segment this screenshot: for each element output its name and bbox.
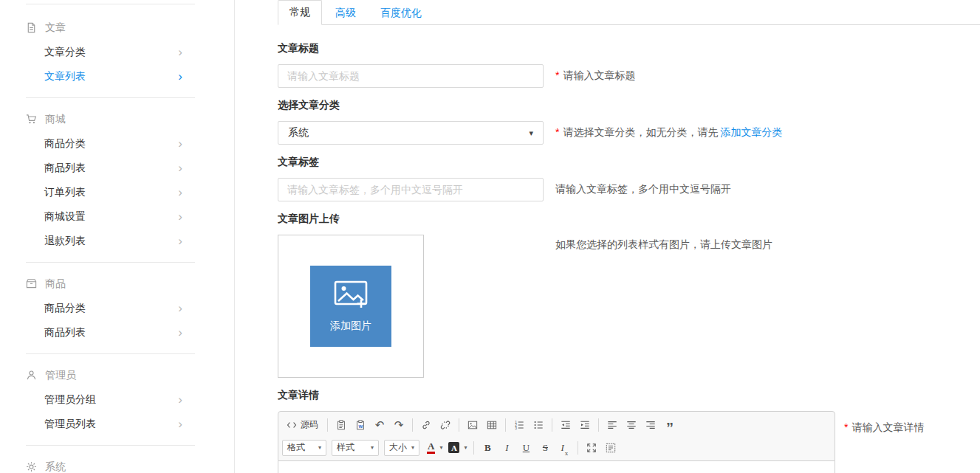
background-color-icon: A <box>448 442 459 453</box>
sidebar-item-label: 商城设置 <box>44 210 86 224</box>
size-dropdown[interactable]: 大小 ▾ <box>384 440 419 456</box>
sidebar-divider <box>26 353 195 354</box>
blockquote-icon[interactable]: ” <box>661 416 679 434</box>
caret-down-icon: ▾ <box>318 444 321 451</box>
align-right-icon[interactable] <box>642 416 659 434</box>
field-article-image: 文章图片上传 添加图片 如果您选择的列表样式有图片，请上传文章图片 <box>278 213 980 378</box>
basket-icon <box>26 278 37 289</box>
hint-text: 请输入文章标题 <box>563 69 635 81</box>
background-color-button[interactable]: A ▾ <box>446 439 469 457</box>
sidebar-group-goods[interactable]: 商品 <box>0 272 234 296</box>
maximize-icon[interactable] <box>583 439 600 457</box>
sidebar-item-refund-list[interactable]: 退款列表 › <box>0 229 234 253</box>
toolbar-separator <box>459 418 459 432</box>
style-dropdown[interactable]: 样式 ▾ <box>332 440 379 456</box>
rich-text-editor: 源码 W ↶ ↷ <box>278 411 835 473</box>
insert-image-icon[interactable] <box>464 416 482 434</box>
chevron-right-icon: › <box>178 186 182 198</box>
sidebar-group-label: 商城 <box>45 113 66 126</box>
undo-icon[interactable]: ↶ <box>371 416 388 434</box>
indent-icon[interactable] <box>576 416 594 434</box>
required-asterisk: * <box>555 69 559 81</box>
sidebar-item-label: 管理员分组 <box>44 393 96 407</box>
paste-icon[interactable] <box>332 416 350 434</box>
sidebar-item-label: 退款列表 <box>44 235 86 248</box>
sidebar-group-mall[interactable]: 商城 <box>0 107 234 131</box>
tab-general[interactable]: 常规 <box>278 0 322 25</box>
link-icon[interactable] <box>417 416 435 434</box>
underline-button[interactable]: U <box>517 439 535 457</box>
field-label: 选择文章分类 <box>278 99 980 112</box>
chevron-right-icon: › <box>178 137 182 150</box>
field-article-detail: 文章详情 源码 W ↶ <box>278 389 980 473</box>
italic-button[interactable]: I <box>498 439 515 457</box>
unlink-icon[interactable] <box>436 416 454 434</box>
sidebar-item-mall-settings[interactable]: 商城设置 › <box>0 204 234 229</box>
category-select[interactable]: 系统 ▾ <box>278 121 544 145</box>
sidebar-item-order-list[interactable]: 订单列表 › <box>0 180 234 204</box>
source-code-icon <box>287 420 297 430</box>
sidebar-item-goods2-category[interactable]: 商品分类 › <box>0 296 234 320</box>
outdent-icon[interactable] <box>557 416 575 434</box>
ordered-list-icon[interactable]: 123 <box>510 416 528 434</box>
article-tags-input[interactable] <box>278 178 544 201</box>
source-label: 源码 <box>301 418 318 431</box>
strikethrough-button[interactable]: S <box>536 439 554 457</box>
align-left-icon[interactable] <box>603 416 621 434</box>
sidebar-item-admin-groups[interactable]: 管理员分组 › <box>0 387 234 412</box>
remove-format-button[interactable]: Ix <box>555 439 573 457</box>
field-hint: 如果您选择的列表样式有图片，请上传文章图片 <box>555 235 772 252</box>
required-asterisk: * <box>555 126 559 138</box>
article-icon <box>26 22 37 33</box>
sidebar-item-label: 文章分类 <box>44 46 86 59</box>
article-title-input[interactable] <box>278 64 544 88</box>
sidebar-item-label: 商品分类 <box>44 302 86 315</box>
insert-table-icon[interactable] <box>483 416 501 434</box>
tab-advanced[interactable]: 高级 <box>324 1 367 25</box>
sidebar-item-label: 商品分类 <box>44 137 86 151</box>
sidebar-item-goods-list[interactable]: 商品列表 › <box>0 156 234 180</box>
align-center-icon[interactable] <box>623 416 640 434</box>
required-asterisk: * <box>844 421 848 433</box>
sidebar-item-label: 管理员列表 <box>44 418 96 431</box>
editor-content-area[interactable] <box>278 461 835 473</box>
format-dropdown[interactable]: 格式 ▾ <box>282 440 326 456</box>
tab-baidu-seo[interactable]: 百度优化 <box>369 1 433 25</box>
add-image-button[interactable]: 添加图片 <box>310 266 391 347</box>
svg-text:3: 3 <box>515 426 517 429</box>
sidebar-item-admin-list[interactable]: 管理员列表 › <box>0 412 234 436</box>
underline-icon: U <box>523 443 530 452</box>
field-article-title: 文章标题 *请输入文章标题 <box>278 42 980 88</box>
sidebar-item-article-list[interactable]: 文章列表 › <box>0 64 234 89</box>
caret-down-icon: ▾ <box>464 444 467 451</box>
size-label: 大小 <box>389 441 407 454</box>
caret-down-icon: ▾ <box>371 444 374 451</box>
sidebar-item-goods2-list[interactable]: 商品列表 › <box>0 320 234 345</box>
bulleted-list-icon[interactable] <box>530 416 547 434</box>
italic-icon: I <box>505 443 508 452</box>
field-article-category: 选择文章分类 系统 ▾ *请选择文章分类，如无分类，请先添加文章分类 <box>278 99 980 145</box>
chevron-right-icon: › <box>178 302 182 314</box>
sidebar-item-goods-category[interactable]: 商品分类 › <box>0 131 234 156</box>
field-label: 文章标签 <box>278 156 980 169</box>
toolbar-separator <box>578 441 578 455</box>
hint-text: 如果您选择的列表样式有图片，请上传文章图片 <box>555 238 772 250</box>
chevron-right-icon: › <box>178 70 182 83</box>
toolbar-separator <box>473 441 474 455</box>
add-category-link[interactable]: 添加文章分类 <box>720 126 782 138</box>
redo-icon[interactable]: ↷ <box>390 416 408 434</box>
sidebar-divider <box>26 97 195 98</box>
text-color-button[interactable]: A ▾ <box>425 439 445 457</box>
source-button[interactable]: 源码 <box>282 416 323 434</box>
paste-from-word-icon[interactable]: W <box>352 416 369 434</box>
sidebar-group-admin[interactable]: 管理员 <box>0 363 234 387</box>
field-hint: *请选择文章分类，如无分类，请先添加文章分类 <box>555 126 782 139</box>
image-upload-area: 添加图片 <box>278 235 424 378</box>
sidebar-item-article-category[interactable]: 文章分类 › <box>0 40 234 64</box>
sidebar-group-system[interactable]: 系统 <box>0 455 234 473</box>
sidebar-item-label: 文章列表 <box>44 70 86 83</box>
show-blocks-icon[interactable] <box>602 439 620 457</box>
sidebar-group-article[interactable]: 文章 <box>0 15 234 40</box>
sidebar-item-label: 订单列表 <box>44 186 86 199</box>
bold-button[interactable]: B <box>479 439 496 457</box>
